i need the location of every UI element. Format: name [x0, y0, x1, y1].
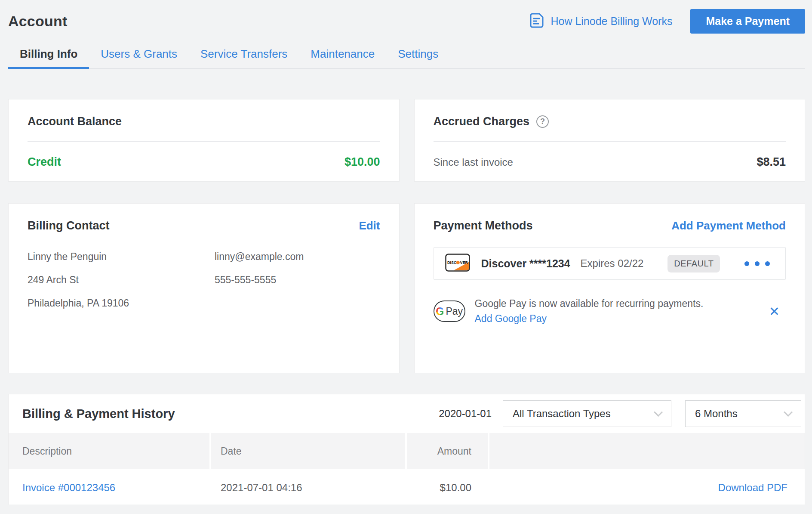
accrued-amount: $8.51	[757, 155, 786, 169]
amount-cell: $10.00	[407, 471, 488, 505]
since-last-invoice-label: Since last invoice	[434, 156, 513, 168]
billing-docs-link[interactable]: How Linode Billing Works	[529, 12, 672, 30]
contact-address-column: Linny the Penguin 249 Arch St Philadelph…	[28, 251, 215, 320]
billing-history-section: Billing & Payment History 2020-01-01 All…	[8, 394, 805, 505]
accrued-charges-title: Accrued Charges	[434, 115, 530, 128]
contact-address-line1: 249 Arch St	[28, 274, 215, 286]
tab-bar: Billing Info Users & Grants Service Tran…	[8, 47, 805, 69]
svg-text:DISC: DISC	[447, 260, 457, 265]
make-payment-button[interactable]: Make a Payment	[690, 9, 805, 34]
default-badge: DEFAULT	[667, 255, 720, 272]
billing-history-title: Billing & Payment History	[22, 407, 175, 421]
invoice-cell: Invoice #000123456	[9, 471, 209, 505]
contact-address-line2: Philadelphia, PA 19106	[28, 297, 215, 309]
billing-contact-title: Billing Contact	[28, 219, 110, 232]
transaction-type-select[interactable]: All Transaction Types	[503, 400, 671, 427]
contact-phone: 555-555-5555	[215, 274, 380, 286]
contact-email: linny@example.com	[215, 251, 380, 263]
header-actions: How Linode Billing Works Make a Payment	[529, 9, 805, 34]
column-header-date: Date	[211, 433, 405, 469]
svg-text:VER: VER	[460, 260, 468, 265]
account-page: Account How Linode Billing Works Make a …	[0, 0, 812, 505]
google-pay-icon: G Pay	[434, 300, 465, 322]
date-cell: 2021-07-01 04:16	[211, 471, 405, 505]
payment-methods-head: Payment Methods Add Payment Method	[434, 219, 786, 232]
discover-card-icon: DISC VER	[445, 254, 470, 273]
divider	[434, 141, 786, 142]
billing-contact-card: Billing Contact Edit Linny the Penguin 2…	[8, 203, 400, 373]
column-header-amount: Amount	[407, 433, 488, 469]
add-payment-method-link[interactable]: Add Payment Method	[671, 219, 786, 232]
cards-grid: Account Balance Credit $10.00 Accrued Ch…	[8, 99, 805, 373]
page-header: Account How Linode Billing Works Make a …	[8, 9, 805, 34]
page-title: Account	[8, 13, 67, 30]
chevron-down-icon	[784, 407, 793, 416]
tab-settings[interactable]: Settings	[386, 47, 450, 68]
date-range-select[interactable]: 6 Months	[685, 400, 801, 427]
account-balance-card: Account Balance Credit $10.00	[8, 99, 400, 182]
account-balance-row: Credit $10.00	[28, 155, 380, 169]
help-icon[interactable]: ?	[536, 115, 549, 128]
column-header-actions	[489, 433, 805, 469]
add-google-pay-link[interactable]: Add Google Pay	[475, 313, 547, 325]
card-expiry: Expires 02/22	[581, 257, 644, 269]
edit-billing-contact-link[interactable]: Edit	[359, 219, 380, 232]
google-pay-notice: G Pay Google Pay is now available for re…	[434, 298, 786, 325]
history-from-date[interactable]: 2020-01-01	[439, 408, 492, 420]
tab-maintenance[interactable]: Maintenance	[299, 47, 386, 68]
divider	[28, 141, 380, 142]
billing-history-controls: 2020-01-01 All Transaction Types 6 Month…	[439, 400, 801, 427]
table-header-row: Description Date Amount	[9, 433, 805, 471]
document-icon	[529, 12, 544, 30]
card-actions-menu-icon[interactable]	[744, 261, 774, 266]
google-pay-text: Google Pay is now available for recurrin…	[475, 298, 704, 325]
payment-method-row: DISC VER Discover ****1234 Expires 02/22…	[434, 247, 786, 280]
billing-history-table: Description Date Amount Invoice #0001234…	[9, 433, 805, 505]
credit-amount: $10.00	[344, 155, 380, 169]
payment-methods-card: Payment Methods Add Payment Method DISC …	[414, 203, 806, 373]
billing-history-head: Billing & Payment History 2020-01-01 All…	[9, 394, 805, 433]
tab-billing-info[interactable]: Billing Info	[8, 47, 89, 68]
tab-users-grants[interactable]: Users & Grants	[89, 47, 189, 68]
contact-info-column: linny@example.com 555-555-5555	[215, 251, 380, 320]
accrued-charges-card: Accrued Charges ? Since last invoice $8.…	[414, 99, 806, 182]
credit-label: Credit	[28, 155, 61, 169]
contact-name: Linny the Penguin	[28, 251, 215, 263]
close-icon[interactable]: ✕	[763, 304, 786, 319]
card-label: Discover ****1234	[481, 257, 570, 270]
action-cell: Download PDF	[489, 471, 805, 505]
transaction-type-value: All Transaction Types	[513, 408, 611, 420]
billing-contact-details: Linny the Penguin 249 Arch St Philadelph…	[28, 251, 380, 320]
invoice-link[interactable]: Invoice #000123456	[22, 482, 115, 494]
table-row: Invoice #000123456 2021-07-01 04:16 $10.…	[9, 471, 805, 505]
date-range-value: 6 Months	[695, 408, 738, 420]
billing-contact-head: Billing Contact Edit	[28, 219, 380, 232]
google-pay-message: Google Pay is now available for recurrin…	[475, 298, 704, 309]
download-pdf-link[interactable]: Download PDF	[718, 482, 787, 494]
tab-service-transfers[interactable]: Service Transfers	[189, 47, 299, 68]
billing-docs-link-label: How Linode Billing Works	[551, 15, 672, 28]
accrued-charges-head: Accrued Charges ?	[434, 115, 786, 128]
accrued-charges-row: Since last invoice $8.51	[434, 155, 786, 169]
account-balance-title: Account Balance	[28, 115, 380, 128]
payment-methods-title: Payment Methods	[434, 219, 533, 232]
chevron-down-icon	[654, 407, 663, 416]
column-header-description: Description	[9, 433, 209, 469]
